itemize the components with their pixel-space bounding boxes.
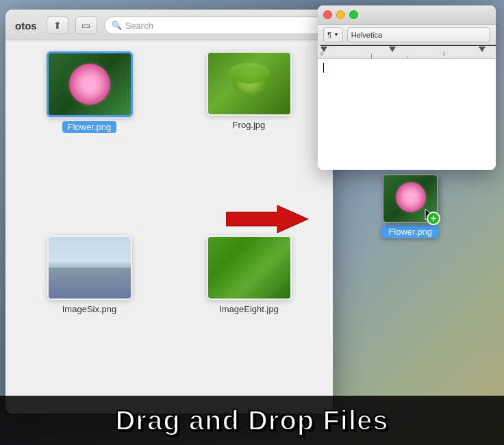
bottom-banner: Drag and Drop Files — [0, 396, 504, 445]
photo-label-fields: ImageEight.jpg — [219, 304, 279, 314]
photo-thumb-flower — [47, 51, 133, 117]
ruler-mark-1: 1 — [442, 51, 445, 57]
arrow-svg — [226, 202, 308, 236]
plus-badge: + — [427, 212, 440, 225]
photo-thumb-landscape — [47, 236, 132, 300]
photo-label-flower: Flower.png — [62, 121, 117, 133]
layout-button[interactable]: ▭ — [75, 16, 97, 34]
fields-image — [208, 237, 290, 298]
search-icon: 🔍 — [112, 21, 122, 30]
ruler-baseline — [320, 45, 496, 46]
photo-label-frog: Frog.jpg — [233, 120, 266, 130]
editor-ruler: 0 1 — [318, 45, 496, 59]
dragged-file: + Flower.png — [381, 175, 439, 238]
photos-window-title: otos — [15, 20, 37, 31]
para-symbol: ¶ — [327, 31, 331, 39]
search-placeholder: Search — [125, 21, 153, 31]
editor-titlebar — [318, 5, 496, 25]
dropdown-arrow: ▼ — [333, 31, 339, 38]
ruler-tick-half — [371, 54, 372, 58]
ruler-marks: 0 1 — [318, 45, 496, 58]
ruler-tab-mid[interactable] — [389, 47, 396, 52]
photo-item-fields[interactable]: ImageEight.jpg — [176, 236, 322, 403]
photo-label-landscape: ImageSix.png — [62, 304, 117, 314]
layout-icon: ▭ — [81, 20, 90, 31]
font-selector[interactable]: Helvetica — [347, 27, 490, 42]
font-name: Helvetica — [351, 31, 382, 39]
photo-thumb-frog — [207, 51, 292, 116]
photo-item-flower[interactable]: Flower.png — [16, 51, 162, 222]
share-icon: ⬆ — [53, 20, 62, 31]
svg-marker-0 — [226, 205, 308, 233]
photo-thumb-fields — [207, 236, 292, 300]
share-button[interactable]: ⬆ — [47, 16, 68, 34]
editor-toolbar: ¶ ▼ Helvetica — [318, 25, 496, 45]
maximize-button[interactable] — [349, 10, 358, 19]
editor-body[interactable] — [318, 59, 496, 170]
paragraph-style-selector[interactable]: ¶ ▼ — [323, 27, 343, 42]
drag-arrow — [226, 202, 308, 236]
photo-item-landscape[interactable]: ImageSix.png — [16, 236, 162, 403]
landscape-image — [49, 237, 131, 298]
frog-image — [208, 53, 290, 114]
photo-item-frog[interactable]: Frog.jpg — [176, 51, 322, 222]
flower-image — [49, 53, 131, 115]
minimize-button[interactable] — [336, 10, 345, 19]
ruler-mark-0: 0 — [320, 51, 323, 57]
ruler-tick-quarter — [407, 55, 407, 58]
dragged-thumb-container: + — [383, 175, 438, 222]
search-box[interactable]: 🔍 Search — [104, 16, 323, 34]
ruler-tab-right[interactable] — [479, 47, 486, 52]
photos-titlebar: otos ⬆ ▭ 🔍 Search — [5, 10, 333, 40]
editor-window: ¶ ▼ Helvetica 0 1 — [318, 5, 496, 170]
editor-cursor — [323, 63, 324, 73]
banner-text: Drag and Drop Files — [115, 405, 388, 436]
dragged-file-label: Flower.png — [381, 225, 439, 238]
close-button[interactable] — [323, 10, 332, 19]
